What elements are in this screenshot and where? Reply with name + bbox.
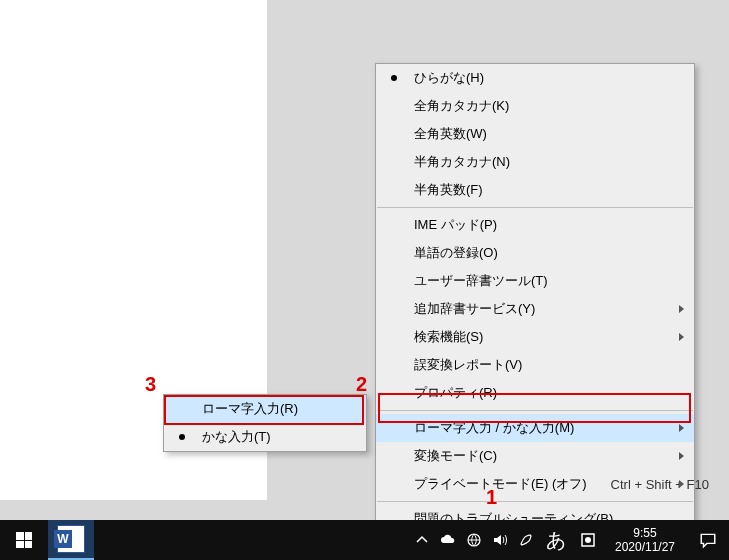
menu-item-halfwidth-alnum[interactable]: 半角英数(F) (376, 176, 694, 204)
menu-item-label: 追加辞書サービス(Y) (414, 300, 535, 318)
menu-item-label: ひらがな(H) (414, 69, 484, 87)
menu-item-fullwidth-katakana[interactable]: 全角カタカナ(K) (376, 92, 694, 120)
menu-item-register-word[interactable]: 単語の登録(O) (376, 239, 694, 267)
windows-logo-icon (16, 532, 32, 548)
menu-separator (377, 501, 693, 502)
tray-ime-mode[interactable]: あ (539, 520, 573, 560)
menu-item-properties[interactable]: プロパティ(R) (376, 379, 694, 407)
clock-date: 2020/11/27 (615, 540, 675, 554)
ime-input-method-submenu: ローマ字入力(R) かな入力(T) (163, 394, 367, 452)
word-icon: W (57, 525, 85, 553)
menu-item-search[interactable]: 検索機能(S) (376, 323, 694, 351)
menu-item-accel: Ctrl + Shift + F10 (587, 477, 709, 492)
tray-volume-icon[interactable] (487, 520, 513, 560)
tray-clock[interactable]: 9:55 2020/11/27 (603, 520, 687, 560)
taskbar-app-word[interactable]: W (48, 520, 94, 560)
menu-item-user-dictionary[interactable]: ユーザー辞書ツール(T) (376, 267, 694, 295)
menu-item-fullwidth-alnum[interactable]: 全角英数(W) (376, 120, 694, 148)
menu-item-misconversion-report[interactable]: 誤変換レポート(V) (376, 351, 694, 379)
menu-item-label: プロパティ(R) (414, 384, 497, 402)
menu-item-label: IME パッド(P) (414, 216, 497, 234)
svg-point-2 (585, 537, 591, 543)
tray-action-center-icon[interactable] (687, 520, 729, 560)
annotation-2: 2 (356, 373, 367, 396)
menu-item-additional-dict[interactable]: 追加辞書サービス(Y) (376, 295, 694, 323)
clock-time: 9:55 (633, 526, 656, 540)
start-button[interactable] (0, 520, 48, 560)
menu-item-label: かな入力(T) (202, 428, 271, 446)
menu-item-label: 半角英数(F) (414, 181, 483, 199)
menu-item-halfwidth-katakana[interactable]: 半角カタカナ(N) (376, 148, 694, 176)
menu-item-label: 単語の登録(O) (414, 244, 498, 262)
menu-item-label: 検索機能(S) (414, 328, 483, 346)
menu-item-label: 全角カタカナ(K) (414, 97, 509, 115)
tray-ime-tool-icon[interactable] (513, 520, 539, 560)
menu-item-private-mode[interactable]: プライベートモード(E) (オフ)Ctrl + Shift + F10 (376, 470, 694, 498)
menu-item-label: プライベートモード(E) (オフ) (414, 475, 587, 493)
system-tray: あ 9:55 2020/11/27 (409, 520, 729, 560)
menu-item-ime-pad[interactable]: IME パッド(P) (376, 211, 694, 239)
ime-context-menu: ひらがな(H) 全角カタカナ(K) 全角英数(W) 半角カタカナ(N) 半角英数… (375, 63, 695, 534)
tray-ime-settings-icon[interactable] (573, 520, 603, 560)
submenu-item-romaji[interactable]: ローマ字入力(R) (164, 395, 366, 423)
menu-item-label: 半角カタカナ(N) (414, 153, 510, 171)
menu-item-label: 全角英数(W) (414, 125, 487, 143)
menu-item-conversion-mode[interactable]: 変換モード(C) (376, 442, 694, 470)
menu-item-label: ローマ字入力(R) (202, 400, 298, 418)
menu-separator (377, 207, 693, 208)
menu-item-label: ユーザー辞書ツール(T) (414, 272, 548, 290)
tray-network-icon[interactable] (461, 520, 487, 560)
taskbar: W あ 9:55 2020/11/27 (0, 520, 729, 560)
menu-item-hiragana[interactable]: ひらがな(H) (376, 64, 694, 92)
menu-item-label: 変換モード(C) (414, 447, 497, 465)
menu-item-input-method[interactable]: ローマ字入力 / かな入力(M) (376, 414, 694, 442)
menu-separator (377, 410, 693, 411)
menu-item-label: 誤変換レポート(V) (414, 356, 522, 374)
ime-mode-glyph: あ (546, 527, 566, 554)
menu-item-label: ローマ字入力 / かな入力(M) (414, 419, 574, 437)
submenu-item-kana[interactable]: かな入力(T) (164, 423, 366, 451)
tray-chevron-up-icon[interactable] (409, 520, 435, 560)
tray-onedrive-icon[interactable] (435, 520, 461, 560)
